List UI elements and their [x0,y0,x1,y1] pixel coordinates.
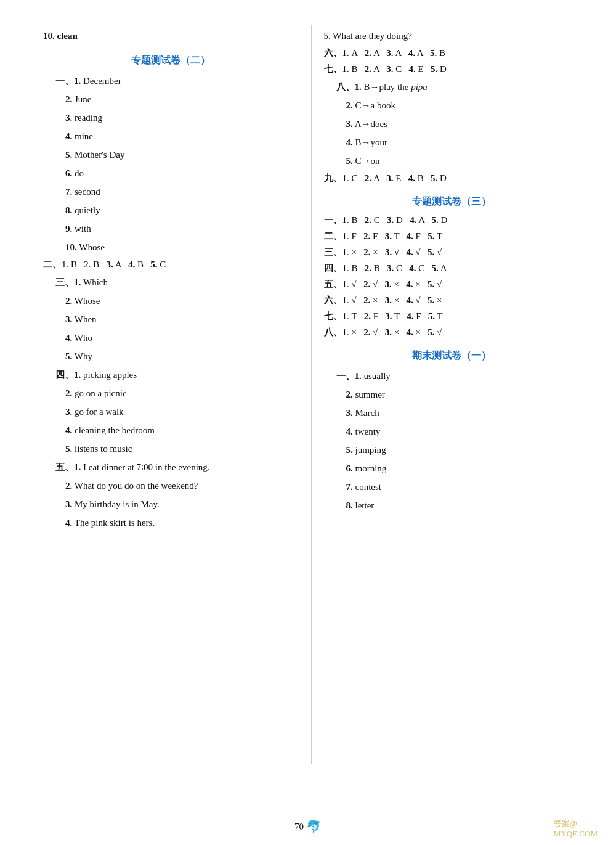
item-ba-2: 2. C→a book [324,98,580,113]
item-1-3: 3. reading [43,110,299,125]
item-4-3: 3. go for a walk [43,404,299,419]
right-row3: 九、1. C 2. A 3. E 4. B 5. D [324,173,580,184]
qm-item-7: 7. contest [324,480,580,494]
item-ba-5: 5. C→on [324,153,580,168]
item-4-2: 2. go on a picnic [43,386,299,401]
qm-item-4: 4. twenty [324,424,580,439]
item-5-3: 3. My birthday is in May. [43,497,299,512]
watermark: 答案@MXQE.COM [554,818,598,839]
page-num-text: 70 [294,822,304,832]
s3-row7: 七、1. T 2. F 3. T 4. F 5. T [324,311,580,322]
qm-item-2: 2. summer [324,387,580,402]
item-ba-4: 4. B→your [324,135,580,150]
right-row2: 七、1. B 2. A 3. C 4. E 5. D [324,63,580,75]
qm-item-1: 一、1. usually [324,369,580,383]
qimo-title: 期末测试卷（一） [324,349,580,362]
item-5-1: 五、1. I eat dinner at 7∶00 in the evening… [43,460,299,475]
item-1-7: 7. second [43,184,299,199]
item-1-5: 5. Mother's Day [43,147,299,162]
item-1-4: 4. mine [43,129,299,144]
item-1-2: 2. June [43,92,299,107]
item-ba-3: 3. A→does [324,116,580,131]
item-3-5: 5. Why [43,349,299,364]
right-top-item: 5. What are they doing? [324,28,580,43]
qm-item-3: 3. March [324,406,580,420]
item-1-9: 9. with [43,221,299,236]
item-ba-1: 八、1. B→play the pipa [324,80,580,94]
section3-title: 专题测试卷（三） [324,195,580,208]
s3-row2: 二、1. F 2. F 3. T 4. F 5. T [324,231,580,242]
s3-row3: 三、1. × 2. × 3. √ 4. √ 5. √ [324,247,580,258]
item-5-4: 4. The pink skirt is hers. [43,515,299,530]
item-4-1: 四、1. picking apples [43,367,299,382]
s3-row6: 六、1. √ 2. × 3. × 4. √ 5. × [324,295,580,306]
item-3-4: 4. Who [43,330,299,345]
column-divider [311,25,312,764]
item-1-10: 10. Whose [43,240,299,255]
right-row1: 六、1. A 2. A 3. A 4. A 5. B [324,47,580,59]
qm-item-6: 6. morning [324,461,580,476]
item-5-2: 2. What do you do on the weekend? [43,478,299,493]
item-1-6: 6. do [43,166,299,181]
item-4-5: 5. listens to music [43,441,299,456]
page-number: 70 🐬 [294,819,322,834]
item-1-8: 8. quietly [43,203,299,218]
top-item-num: 10. clean [43,31,78,41]
s3-row1: 一、1. B 2. C 3. D 4. A 5. D [324,214,580,226]
qm-item-8: 8. letter [324,498,580,513]
section2-title: 专题测试卷（二） [43,54,299,67]
item-3-1: 三、1. Which [43,275,299,290]
left-column: 10. clean 专题测试卷（二） 一、1. December 2. June… [37,25,305,764]
item-4-4: 4. cleaning the bedroom [43,423,299,438]
s3-row4: 四、1. B 2. B 3. C 4. C 5. A [324,263,580,274]
page-icon: 🐬 [306,819,322,834]
section2-row: 二、1. B 2. B 3. A 4. B 5. C [43,259,299,271]
item-3-3: 3. When [43,312,299,327]
qm-item-5: 5. jumping [324,443,580,457]
top-item: 10. clean [43,28,299,43]
item-1-1: 一、1. December [43,73,299,88]
s3-row5: 五、1. √ 2. √ 3. × 4. × 5. √ [324,279,580,290]
item-3-2: 2. Whose [43,293,299,308]
right-column: 5. What are they doing? 六、1. A 2. A 3. A… [318,25,586,764]
s3-row8: 八、1. × 2. √ 3. × 4. × 5. √ [324,327,580,338]
